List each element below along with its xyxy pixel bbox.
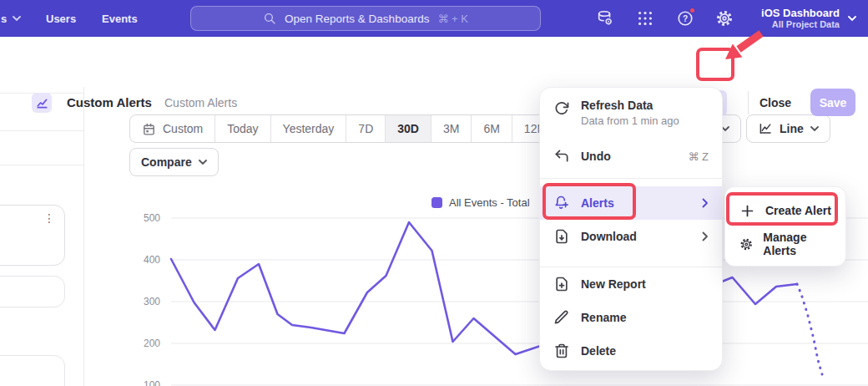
refresh-status-text: Data from 1 min ago <box>581 114 679 127</box>
save-button[interactable]: Save <box>810 89 855 116</box>
search-shortcut: ⌘ + K <box>437 13 468 25</box>
chart-type-line-button[interactable]: Line <box>746 114 830 143</box>
project-switcher[interactable]: iOS Dashboard All Project Data <box>761 0 856 37</box>
search-icon <box>263 12 276 25</box>
plus-icon <box>739 203 755 219</box>
date-range-yesterday[interactable]: Yesterday <box>270 115 346 142</box>
menu-item-undo[interactable]: Undo ⌘ Z <box>540 140 722 173</box>
nav-item-users[interactable]: Users <box>46 0 76 37</box>
date-range-6m[interactable]: 6M <box>471 115 511 142</box>
top-navigation-bar: s Users Events Open Reports & Dashboards… <box>0 0 868 37</box>
kebab-menu-icon[interactable]: ⋮ <box>43 211 55 225</box>
submenu-item-create-alert[interactable]: Create Alert <box>725 195 845 226</box>
pencil-icon <box>553 309 570 326</box>
menu-item-rename[interactable]: Rename <box>540 301 722 334</box>
header-divider <box>748 91 749 114</box>
sidebar-card[interactable] <box>0 276 65 307</box>
data-management-icon[interactable] <box>596 9 614 28</box>
trash-icon <box>553 343 570 359</box>
date-range-custom[interactable]: Custom <box>130 115 214 142</box>
nav-item-events[interactable]: Events <box>102 0 138 37</box>
menu-item-delete[interactable]: Delete <box>540 334 722 368</box>
page-title: Custom Alerts <box>67 95 152 109</box>
mini-line-chart-icon <box>36 97 48 109</box>
menu-item-refresh-data[interactable]: Refresh Data Data from 1 min ago <box>540 96 722 133</box>
svg-text:200: 200 <box>144 338 160 349</box>
help-icon[interactable]: ? <box>676 9 694 28</box>
chevron-right-icon <box>702 198 709 208</box>
sidebar-metric-card[interactable] <box>0 205 65 266</box>
date-range-30d-selected[interactable]: 30D <box>385 115 431 142</box>
search-placeholder: Open Reports & Dashboards <box>285 13 429 25</box>
svg-text:300: 300 <box>144 296 160 307</box>
date-range-7d[interactable]: 7D <box>346 115 385 142</box>
close-button[interactable]: Close <box>760 96 791 109</box>
undo-shortcut: ⌘ Z <box>688 150 709 163</box>
new-report-icon <box>553 276 570 292</box>
gear-icon <box>739 236 753 252</box>
notification-dot <box>689 7 696 14</box>
chevron-down-icon <box>13 16 21 22</box>
project-subtitle: All Project Data <box>761 19 840 30</box>
refresh-icon <box>553 100 570 117</box>
sidebar-vertical-divider <box>83 87 84 386</box>
breadcrumb: Custom Alerts <box>164 96 237 109</box>
menu-item-alerts[interactable]: Alerts <box>540 186 722 220</box>
svg-text:500: 500 <box>144 212 160 224</box>
date-range-3m[interactable]: 3M <box>431 115 471 142</box>
svg-text:400: 400 <box>144 254 160 266</box>
sidebar-row-divider <box>0 165 83 165</box>
menu-divider <box>540 178 722 179</box>
date-range-today[interactable]: Today <box>214 115 270 142</box>
alerts-submenu: Create Alert Manage Alerts <box>724 186 846 267</box>
chevron-down-icon <box>848 16 856 22</box>
more-options-menu: Refresh Data Data from 1 min ago Undo ⌘ … <box>539 87 723 371</box>
search-input[interactable]: Open Reports & Dashboards ⌘ + K <box>190 6 541 31</box>
legend-label: All Events - Total <box>449 196 530 209</box>
legend-swatch <box>431 197 442 208</box>
date-range-segmented-control: Custom Today Yesterday 7D 30D 3M 6M 12M <box>129 114 559 143</box>
chevron-right-icon <box>702 231 709 241</box>
chevron-down-icon <box>199 160 207 165</box>
nav-item-boards-cut[interactable]: s <box>1 0 21 37</box>
download-file-icon <box>553 228 570 245</box>
sidebar-row-divider <box>0 130 83 131</box>
compare-button[interactable]: Compare <box>129 148 219 176</box>
report-type-badge <box>32 93 52 113</box>
settings-gear-icon[interactable] <box>715 9 734 28</box>
menu-item-download[interactable]: Download <box>540 220 722 253</box>
bell-plus-icon <box>553 195 570 211</box>
menu-item-new-report[interactable]: New Report <box>540 267 722 301</box>
line-chart-icon <box>758 121 773 136</box>
apps-grid-icon[interactable] <box>636 9 654 28</box>
submenu-item-manage-alerts[interactable]: Manage Alerts <box>725 228 845 260</box>
chevron-down-icon <box>810 126 819 132</box>
svg-text:?: ? <box>683 14 688 23</box>
sidebar-card[interactable] <box>0 355 65 386</box>
undo-icon <box>553 148 570 165</box>
report-header: Custom Alerts Custom Alerts GV Duplicate… <box>0 37 868 84</box>
project-title: iOS Dashboard <box>761 7 840 19</box>
svg-text:100: 100 <box>144 379 160 386</box>
calendar-icon <box>142 122 156 136</box>
date-range-label: Custom <box>163 122 203 135</box>
chart-legend: All Events - Total <box>431 196 530 209</box>
